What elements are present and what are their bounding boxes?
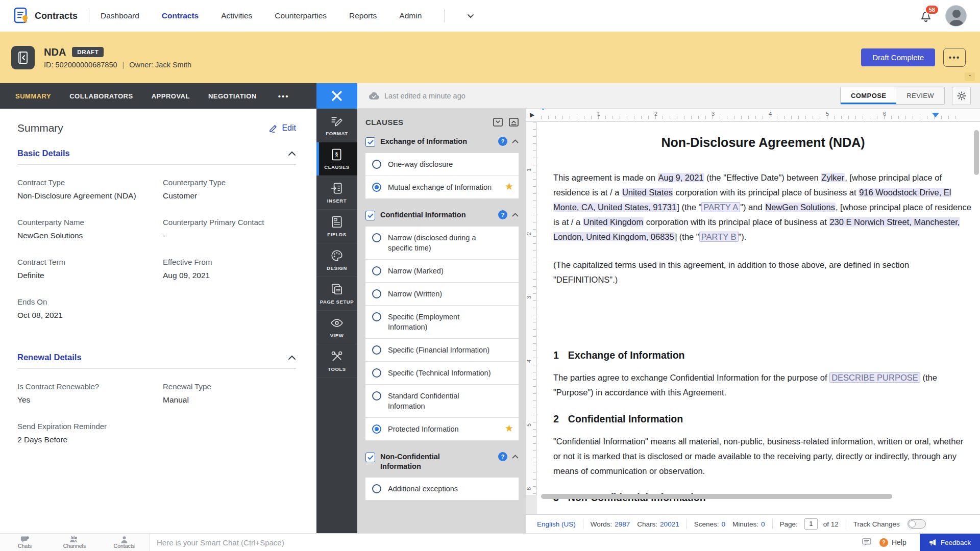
mode-compose[interactable]: COMPOSE [841, 87, 896, 104]
clause-option-standard-confidential[interactable]: Standard Confidential Information [365, 385, 519, 418]
ruler-margin-marker[interactable]: ▶ [530, 111, 534, 118]
toolbar-view[interactable]: VIEW [316, 311, 357, 344]
feedback-button[interactable]: Feedback [920, 534, 980, 551]
language-selector[interactable]: English (US) [537, 520, 576, 528]
smart-chat-input[interactable] [150, 538, 855, 547]
fields-icon [330, 215, 344, 229]
nav-dashboard[interactable]: Dashboard [101, 11, 139, 20]
mode-review[interactable]: REVIEW [896, 87, 944, 104]
document-page[interactable]: Non-Disclosure Agreement (NDA) This agre… [537, 122, 980, 514]
clause-checkbox[interactable] [365, 453, 375, 462]
collapse-chevron-up-icon[interactable] [288, 355, 296, 360]
collapse-chevron-up-icon[interactable] [288, 151, 296, 156]
gear-icon [957, 91, 966, 101]
clause-option-specific-financial[interactable]: Specific (Financial Information) [365, 339, 519, 362]
clauses-panel: CLAUSES Exchange of Information ? [357, 109, 526, 533]
app-logo[interactable]: Contracts [13, 7, 78, 24]
nav-reports[interactable]: Reports [349, 11, 377, 20]
chat-widget-icon[interactable] [862, 538, 871, 546]
contacts-tab[interactable]: Contacts [100, 534, 149, 551]
word-count[interactable]: Words: 2987 [591, 520, 630, 528]
scroll-up-button[interactable]: ⌃ [965, 72, 975, 81]
clause-option-specific-employment[interactable]: Specific (Employment Information) [365, 306, 519, 339]
toolbar-fields[interactable]: FIELDS [316, 210, 357, 243]
renewal-details-section-header: Renewal Details [17, 353, 296, 362]
radio-button[interactable] [372, 233, 381, 242]
ruler-right-indent-marker[interactable] [932, 113, 939, 117]
document-paragraph: The parties agree to exchange Confidenti… [553, 370, 973, 400]
clause-option-narrow-marked[interactable]: Narrow (Marked) [365, 260, 519, 283]
clause-option-one-way-disclosure[interactable]: One-way disclosure [365, 153, 519, 176]
renewal-details-title: Renewal Details [17, 353, 82, 362]
toolbar-design[interactable]: DESIGN [316, 243, 357, 277]
brand-name: Contracts [35, 11, 78, 21]
tabs-overflow-button[interactable]: ••• [278, 92, 289, 101]
collapse-all-icon[interactable] [493, 118, 503, 127]
notifications-bell-icon[interactable]: 58 [920, 9, 932, 22]
tab-approval[interactable]: APPROVAL [152, 92, 190, 100]
clause-checkbox[interactable] [365, 137, 375, 147]
vertical-ruler: 1 2 3 4 5 6 [526, 122, 537, 495]
close-panel-button[interactable] [316, 83, 357, 109]
toolbar-tools[interactable]: TOOLS [316, 344, 357, 378]
radio-button[interactable] [372, 266, 381, 276]
toolbar-insert[interactable]: INSERT [316, 176, 357, 210]
divider [17, 368, 296, 369]
summary-title: Summary [17, 122, 63, 134]
vertical-scrollbar[interactable] [974, 126, 979, 504]
help-question-icon: ? [879, 538, 888, 547]
char-count[interactable]: Chars: 20021 [637, 520, 679, 528]
chevron-up-icon[interactable] [512, 139, 519, 143]
radio-button[interactable] [372, 312, 381, 321]
help-icon[interactable]: ? [498, 452, 507, 461]
radio-button[interactable] [372, 368, 381, 378]
tab-summary[interactable]: SUMMARY [15, 92, 51, 100]
clause-option-specific-technical[interactable]: Specific (Technical Information) [365, 362, 519, 385]
nav-contracts[interactable]: Contracts [162, 11, 199, 20]
clause-option-protected-information[interactable]: Protected Information ★ [365, 418, 519, 441]
nav-activities[interactable]: Activities [221, 11, 252, 20]
chevron-up-icon[interactable] [512, 455, 519, 459]
draft-complete-button[interactable]: Draft Complete [861, 48, 935, 66]
edit-summary-link[interactable]: Edit [268, 123, 296, 133]
radio-button-selected[interactable] [372, 424, 381, 434]
tab-negotiation[interactable]: NEGOTIATION [208, 92, 257, 100]
contract-header-banner: NDA DRAFT ID: 502000000687850 | Owner: J… [0, 32, 980, 83]
radio-button[interactable] [372, 289, 381, 298]
nav-admin[interactable]: Admin [399, 11, 422, 20]
radio-button[interactable] [372, 484, 381, 493]
page-number-input[interactable]: 1 [804, 518, 818, 530]
more-actions-button[interactable]: ••• [943, 48, 966, 67]
toolbar-clauses[interactable]: § CLAUSES [316, 142, 357, 176]
field-contract-term: Contract Term Definite [17, 257, 151, 281]
clause-option-narrow-written[interactable]: Narrow (Written) [365, 283, 519, 306]
channels-tab[interactable]: Channels [50, 534, 99, 551]
tab-collaborators[interactable]: COLLABORATORS [69, 92, 133, 100]
help-icon[interactable]: ? [498, 210, 507, 219]
scenes-count: Scenes: 0 [694, 520, 725, 528]
chats-tab[interactable]: Chats [0, 534, 50, 551]
chevron-up-icon[interactable] [512, 213, 519, 217]
horizontal-scrollbar[interactable] [539, 494, 973, 499]
nav-more-chevron-down-icon[interactable] [467, 14, 474, 18]
toolbar-format[interactable]: FORMAT [316, 109, 357, 142]
help-icon[interactable]: ? [498, 137, 507, 146]
expand-all-icon[interactable] [509, 118, 519, 127]
horizontal-ruler: ▶ 1 2 3 4 5 6 [526, 109, 980, 122]
radio-button[interactable] [372, 345, 381, 355]
toolbar-page-setup[interactable]: PAGE SETUP [316, 277, 357, 311]
radio-button-selected[interactable] [372, 183, 381, 192]
editor-settings-button[interactable] [952, 87, 971, 105]
contract-document-icon[interactable] [11, 46, 35, 69]
clause-option-narrow-specific-time[interactable]: Narrow (disclosed during a specific time… [365, 227, 519, 260]
nav-counterparties[interactable]: Counterparties [275, 11, 327, 20]
clause-option-additional-exceptions[interactable]: Additional exceptions [365, 478, 519, 500]
radio-button[interactable] [372, 391, 381, 400]
radio-button[interactable] [372, 160, 381, 169]
track-changes-toggle[interactable] [908, 519, 926, 529]
chat-bubble-icon [20, 536, 29, 543]
clause-option-mutual-exchange[interactable]: Mutual exchange of Information ★ [365, 176, 519, 199]
clause-checkbox[interactable] [365, 211, 375, 220]
user-avatar[interactable] [945, 5, 967, 27]
help-button[interactable]: ? Help [879, 538, 906, 547]
